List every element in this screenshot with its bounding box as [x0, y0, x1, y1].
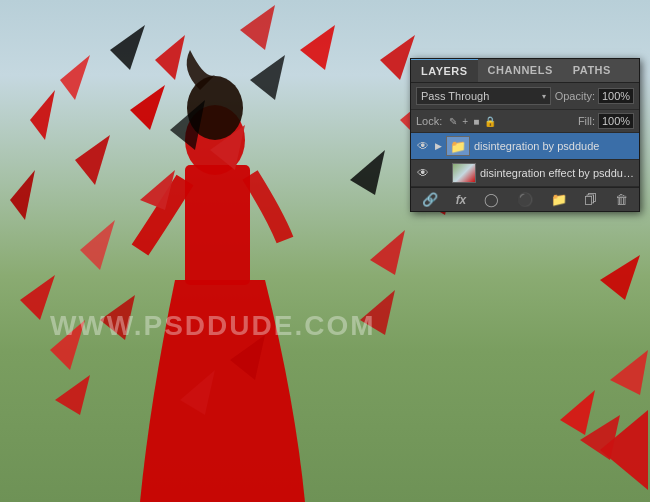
- link-layers-icon[interactable]: 🔗: [422, 192, 438, 207]
- layer-thumbnail-1: 📁: [446, 136, 470, 156]
- layers-panel: LAYERS CHANNELS PATHS Pass Through ▾ Opa…: [410, 58, 640, 212]
- fill-control: Fill: 100%: [578, 113, 634, 129]
- add-mask-icon[interactable]: ◯: [484, 192, 499, 207]
- layer-row-1[interactable]: 👁 ▶ 📁 disintegration by psddude: [411, 133, 639, 160]
- tab-layers[interactable]: LAYERS: [411, 59, 478, 82]
- layer-name-2: disintegration effect by psddude: [480, 167, 635, 179]
- watermark: WWW.PSDDUDE.COM: [50, 310, 376, 342]
- opacity-value[interactable]: 100%: [598, 88, 634, 104]
- delete-layer-icon[interactable]: 🗑: [615, 192, 628, 207]
- new-group-icon[interactable]: 📁: [551, 192, 567, 207]
- panel-toolbar: 🔗 fx ◯ ⚫ 📁 🗍 🗑: [411, 187, 639, 211]
- lock-all-icon[interactable]: 🔒: [484, 116, 496, 127]
- opacity-control: Opacity: 100%: [555, 88, 634, 104]
- lock-pixels-icon[interactable]: ■: [473, 116, 479, 127]
- layer-name-1: disintegration by psddude: [474, 140, 635, 152]
- new-layer-icon[interactable]: 🗍: [584, 192, 597, 207]
- lock-paint-icon[interactable]: ✎: [449, 116, 457, 127]
- layer-thumbnail-2: [452, 163, 476, 183]
- blend-opacity-row: Pass Through ▾ Opacity: 100%: [411, 83, 639, 110]
- fx-icon[interactable]: fx: [456, 193, 467, 207]
- blend-mode-select[interactable]: Pass Through ▾: [416, 87, 551, 105]
- fill-value[interactable]: 100%: [598, 113, 634, 129]
- layer-visibility-1[interactable]: 👁: [415, 139, 431, 153]
- gradient-map-icon[interactable]: ⚫: [517, 192, 533, 207]
- layer-expand-1[interactable]: ▶: [435, 141, 442, 151]
- lock-row: Lock: ✎ + ■ 🔒 Fill: 100%: [411, 110, 639, 133]
- lock-move-icon[interactable]: +: [462, 116, 468, 127]
- tab-paths[interactable]: PATHS: [563, 59, 621, 82]
- panel-tabs: LAYERS CHANNELS PATHS: [411, 59, 639, 83]
- layer-row-2[interactable]: 👁 disintegration effect by psddude: [411, 160, 639, 187]
- blend-mode-arrow: ▾: [542, 92, 546, 101]
- layer-visibility-2[interactable]: 👁: [415, 166, 431, 180]
- tab-channels[interactable]: CHANNELS: [478, 59, 563, 82]
